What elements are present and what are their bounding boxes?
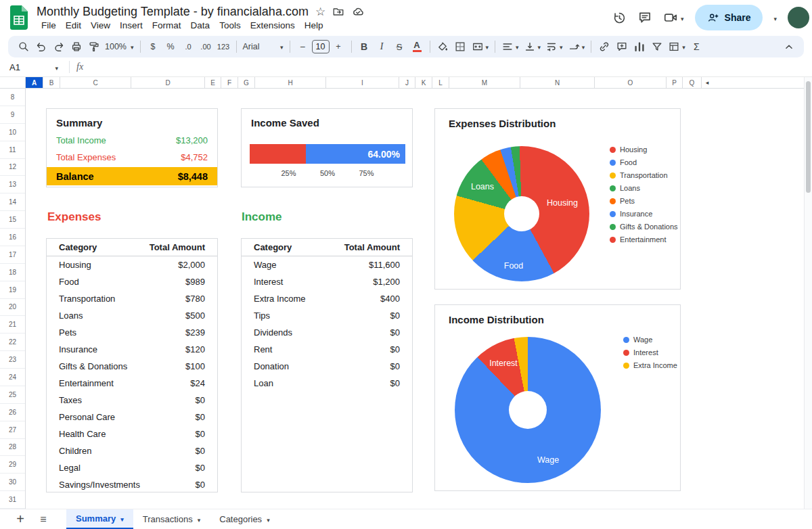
bold-button[interactable]: B bbox=[356, 38, 373, 55]
share-dropdown-icon[interactable] bbox=[773, 12, 777, 24]
name-box[interactable]: A1 bbox=[9, 62, 62, 72]
tab-transactions[interactable]: Transactions bbox=[133, 509, 210, 529]
expenses-pie-chart[interactable]: Housing Food Loans bbox=[454, 146, 589, 281]
row-header[interactable]: 29 bbox=[0, 456, 25, 474]
text-rotation-button[interactable] bbox=[566, 38, 587, 55]
table-views-button[interactable] bbox=[666, 38, 687, 55]
row-header[interactable]: 28 bbox=[0, 439, 25, 457]
column-header[interactable]: E bbox=[205, 77, 221, 89]
tab-summary[interactable]: Summary bbox=[66, 509, 133, 529]
column-header[interactable]: Q bbox=[683, 77, 702, 89]
row-header[interactable]: 19 bbox=[0, 281, 25, 299]
income-table-row[interactable]: Tips $0 bbox=[242, 307, 412, 324]
expenses-table-row[interactable]: Entertainment $24 bbox=[47, 375, 217, 392]
vertical-scrollbar[interactable] bbox=[804, 77, 812, 509]
sheets-logo-icon[interactable] bbox=[9, 5, 28, 30]
add-sheet-button[interactable] bbox=[11, 511, 30, 527]
row-header[interactable]: 11 bbox=[0, 141, 25, 159]
expenses-table-row[interactable]: Legal $0 bbox=[47, 459, 217, 476]
create-filter-button[interactable] bbox=[648, 38, 665, 55]
zoom-selector[interactable]: 100% bbox=[103, 38, 136, 55]
row-header[interactable]: 30 bbox=[0, 474, 25, 491]
income-table-row[interactable]: Loan $0 bbox=[242, 375, 412, 392]
increase-decimal-button[interactable]: .00 bbox=[198, 38, 215, 55]
comment-history-icon[interactable] bbox=[637, 10, 652, 25]
version-history-icon[interactable] bbox=[612, 10, 627, 25]
row-header[interactable]: 8 bbox=[0, 89, 25, 106]
tab-categories[interactable]: Categories bbox=[210, 509, 279, 529]
income-table-row[interactable]: Dividends $0 bbox=[242, 324, 412, 341]
menu-item[interactable]: Format bbox=[148, 20, 186, 31]
expenses-table-row[interactable]: Food $989 bbox=[47, 273, 217, 290]
row-header[interactable]: 20 bbox=[0, 299, 25, 317]
income-table-row[interactable]: Extra Income $400 bbox=[242, 290, 412, 307]
income-pie-chart[interactable]: Wage Interest bbox=[455, 337, 601, 483]
vertical-align-button[interactable] bbox=[522, 38, 543, 55]
column-header[interactable]: A bbox=[26, 77, 43, 89]
row-header[interactable]: 16 bbox=[0, 229, 25, 246]
font-selector[interactable]: Arial bbox=[241, 38, 286, 55]
tab-menu-icon[interactable] bbox=[267, 514, 270, 524]
text-color-button[interactable]: A bbox=[409, 38, 426, 55]
column-header[interactable]: G bbox=[238, 77, 255, 89]
column-header[interactable]: I bbox=[326, 77, 399, 89]
account-avatar[interactable] bbox=[788, 7, 809, 28]
text-wrap-button[interactable] bbox=[543, 38, 565, 55]
tab-menu-icon[interactable] bbox=[198, 514, 201, 524]
expenses-table-row[interactable]: Transportation $780 bbox=[47, 290, 217, 307]
income-table-row[interactable]: Donation $0 bbox=[242, 358, 412, 375]
summary-row[interactable]: Total Expenses $4,752 bbox=[47, 149, 217, 166]
column-header[interactable]: J bbox=[399, 77, 415, 89]
insert-chart-button[interactable] bbox=[631, 38, 648, 55]
row-header[interactable]: 27 bbox=[0, 421, 25, 439]
column-header[interactable]: F bbox=[221, 77, 238, 89]
column-header[interactable]: M bbox=[449, 77, 520, 89]
decrease-font-size-button[interactable] bbox=[294, 38, 311, 55]
move-folder-icon[interactable] bbox=[332, 5, 344, 18]
row-header[interactable]: 17 bbox=[0, 246, 25, 264]
row-header[interactable]: 31 bbox=[0, 491, 25, 509]
format-percent-button[interactable]: % bbox=[162, 38, 179, 55]
italic-button[interactable]: I bbox=[374, 38, 390, 55]
horizontal-align-button[interactable] bbox=[499, 38, 521, 55]
row-header[interactable]: 24 bbox=[0, 369, 25, 386]
meet-camera-icon[interactable] bbox=[663, 10, 684, 25]
row-header[interactable]: 21 bbox=[0, 316, 25, 334]
print-button[interactable] bbox=[68, 38, 85, 55]
star-icon[interactable] bbox=[315, 5, 325, 19]
row-header[interactable]: 15 bbox=[0, 211, 25, 229]
functions-button[interactable] bbox=[688, 38, 705, 55]
expenses-table-row[interactable]: Taxes $0 bbox=[47, 392, 217, 409]
expenses-table-row[interactable]: Gifts & Donations $100 bbox=[47, 358, 217, 375]
menu-item[interactable]: Edit bbox=[61, 20, 86, 31]
expenses-table-row[interactable]: Insurance $120 bbox=[47, 341, 217, 358]
insert-link-button[interactable] bbox=[595, 38, 612, 55]
expenses-table-row[interactable]: Health Care $0 bbox=[47, 426, 217, 442]
row-header[interactable]: 23 bbox=[0, 351, 25, 369]
scrollbar-thumb[interactable] bbox=[806, 81, 811, 193]
row-header[interactable]: 10 bbox=[0, 124, 25, 141]
fill-color-button[interactable] bbox=[434, 38, 451, 55]
expenses-table-row[interactable]: Pets $239 bbox=[47, 324, 217, 341]
borders-button[interactable] bbox=[452, 38, 469, 55]
row-header[interactable]: 13 bbox=[0, 176, 25, 193]
merge-cells-button[interactable] bbox=[470, 38, 491, 55]
column-header[interactable]: N bbox=[520, 77, 595, 89]
font-size-input[interactable]: 10 bbox=[312, 40, 330, 53]
menu-item[interactable]: Insert bbox=[115, 20, 148, 31]
row-header[interactable]: 22 bbox=[0, 334, 25, 351]
balance-row[interactable]: Balance $8,448 bbox=[47, 167, 217, 185]
row-header[interactable]: 14 bbox=[0, 193, 25, 211]
expenses-table-row[interactable]: Savings/Investments $0 bbox=[47, 476, 217, 493]
column-header[interactable]: L bbox=[432, 77, 449, 89]
more-formats-button[interactable]: 123 bbox=[215, 38, 232, 55]
menu-item[interactable]: File bbox=[37, 20, 61, 31]
all-sheets-button[interactable] bbox=[34, 513, 53, 526]
column-header[interactable]: H bbox=[255, 77, 326, 89]
menu-item[interactable]: Data bbox=[186, 20, 215, 31]
menu-item[interactable]: Extensions bbox=[246, 20, 300, 31]
collapse-toolbar-icon[interactable] bbox=[780, 38, 797, 55]
insert-comment-button[interactable] bbox=[613, 38, 630, 55]
column-header[interactable]: P bbox=[667, 77, 683, 89]
expenses-table-row[interactable]: Personal Care $0 bbox=[47, 409, 217, 426]
